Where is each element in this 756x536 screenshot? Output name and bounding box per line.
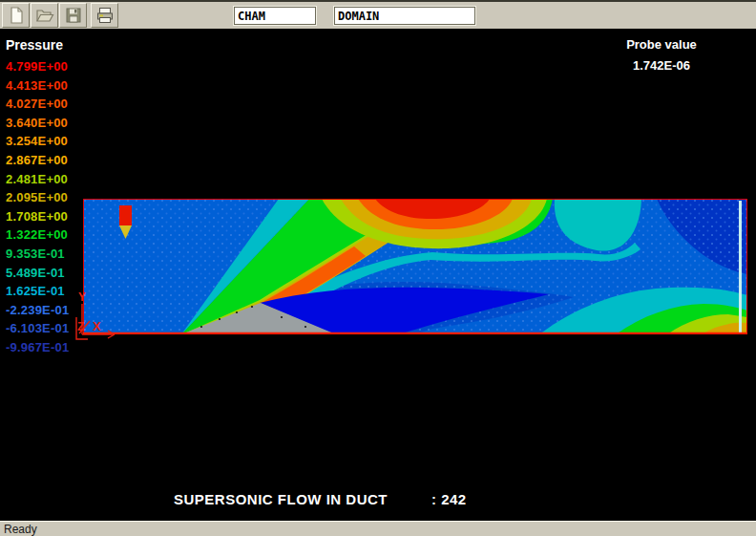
legend-entry: -9.967E-01 (6, 338, 69, 357)
legend-entry: 5.489E-01 (6, 264, 69, 283)
toolbar (0, 0, 756, 29)
status-text: Ready (4, 523, 37, 536)
cham-field-frame (233, 6, 317, 26)
open-folder-icon (35, 6, 54, 25)
legend-entry: 4.413E+00 (6, 76, 69, 96)
axes-glyph: Y Z X (74, 289, 120, 344)
legend-entry: 1.322E+00 (6, 225, 69, 245)
axis-label-x: X (93, 319, 101, 333)
probe-value: 1.742E-06 (601, 58, 722, 73)
probe-label: Probe value (601, 37, 722, 52)
legend-entry: 9.353E-01 (6, 245, 69, 264)
legend-entry: -6.103E-01 (6, 319, 69, 338)
pressure-legend: Pressure 4.799E+004.413E+004.027E+003.64… (6, 37, 69, 357)
legend-entry: 2.867E+00 (6, 151, 69, 170)
plot-area: Y Z X (83, 199, 747, 334)
legend-entry: -2.239E-01 (6, 301, 69, 320)
legend-entry: 4.027E+00 (6, 95, 69, 114)
outlet-boundary-strip (739, 201, 742, 332)
new-file-icon (7, 6, 26, 25)
status-bar: Ready (0, 521, 756, 536)
open-file-button[interactable] (31, 3, 58, 28)
caption-text: SUPERSONIC FLOW IN DUCT (174, 491, 388, 507)
pressure-contour-plot[interactable] (83, 199, 747, 334)
domain-field-frame (333, 6, 476, 26)
legend-entry: 3.640E+00 (6, 114, 69, 133)
axis-label-y: Y (78, 290, 86, 304)
toolbar-buttons (2, 3, 119, 28)
save-button[interactable] (59, 3, 87, 28)
legend-entry: 1.625E-01 (6, 282, 69, 301)
cham-field[interactable] (234, 7, 316, 25)
print-icon (95, 6, 115, 25)
legend-entry: 4.799E+00 (6, 57, 69, 76)
legend-entries: 4.799E+004.413E+004.027E+003.640E+003.25… (6, 57, 69, 357)
legend-title: Pressure (6, 37, 69, 57)
legend-entry: 3.254E+00 (6, 132, 69, 151)
legend-entry: 1.708E+00 (6, 207, 69, 226)
legend-entry: 2.481E+00 (6, 170, 69, 189)
save-icon (64, 6, 83, 25)
legend-entry: 2.095E+00 (6, 188, 69, 207)
plot-caption: SUPERSONIC FLOW IN DUCT : 242 (174, 491, 467, 507)
print-button[interactable] (91, 3, 118, 28)
domain-field[interactable] (334, 7, 475, 25)
sweep-counter: : 242 (431, 491, 467, 507)
probe-readout: Probe value 1.742E-06 (601, 37, 722, 73)
new-file-button[interactable] (2, 3, 30, 28)
axis-label-z: Z (77, 319, 85, 333)
application-window: Pressure 4.799E+004.413E+004.027E+003.64… (0, 0, 756, 536)
